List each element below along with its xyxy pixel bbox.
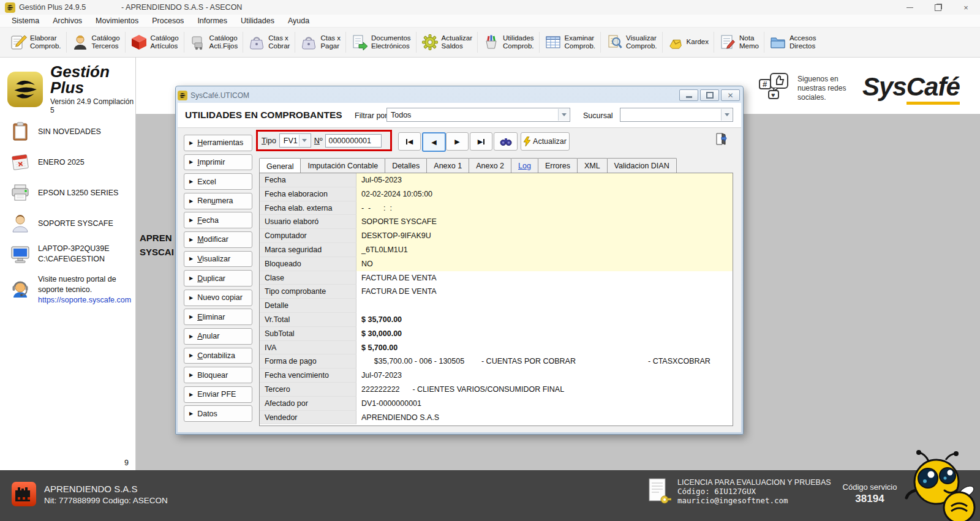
datos-button[interactable]: ▶Datos bbox=[184, 405, 252, 422]
duplicar-button[interactable]: ▶Duplicar bbox=[184, 270, 252, 287]
numero-label: Nº bbox=[314, 137, 323, 145]
dialog-close-icon[interactable]: ✕ bbox=[721, 89, 740, 101]
menu-informes[interactable]: Informes bbox=[190, 17, 234, 25]
dialog-maximize-icon[interactable] bbox=[700, 89, 719, 101]
first-record-button[interactable]: ◀ bbox=[398, 132, 421, 151]
previous-record-button[interactable]: ◀ bbox=[422, 132, 446, 152]
toolbar-catalogo-terceros[interactable]: CatálogoTerceros bbox=[68, 32, 124, 53]
contabiliza-button[interactable]: ▶Contabiliza bbox=[184, 348, 252, 364]
sidebar-item-soporte-syscafe[interactable]: SOPORTE SYSCAFE bbox=[0, 208, 136, 239]
tab-general[interactable]: General bbox=[259, 158, 301, 174]
menu-sistema[interactable]: Sistema bbox=[5, 17, 46, 25]
toolbar-examinar-comprob[interactable]: ExaminarComprob. bbox=[541, 32, 600, 53]
chevron-down-icon[interactable] bbox=[558, 109, 569, 121]
tab-errores[interactable]: Errores bbox=[538, 158, 578, 173]
status-bar: APRENDIENDO S.A.S Nit: 777888999 Codigo:… bbox=[0, 470, 980, 521]
sidebar-item-epson-l3250-series[interactable]: EPSON L3250 SERIES bbox=[0, 178, 136, 208]
triangle-right-icon: ▶ bbox=[189, 140, 193, 146]
numero-input[interactable]: 0000000001 bbox=[325, 134, 382, 148]
field-label: Computador bbox=[260, 229, 356, 243]
toolbar-label: Kardex bbox=[687, 38, 709, 46]
field-label: SubTotal bbox=[260, 327, 356, 341]
triangle-right-icon: ▶ bbox=[189, 314, 193, 320]
triangle-right-icon: ▶ bbox=[189, 392, 193, 397]
toolbar-ctas-x-cobrar[interactable]: Ctas xCobrar bbox=[244, 32, 293, 53]
sidebar-item-sin-novedades[interactable]: SIN NOVEDADES bbox=[0, 116, 136, 147]
tab-detalles[interactable]: Detalles bbox=[385, 158, 427, 173]
menu-utilidades[interactable]: Utilidades bbox=[234, 17, 281, 25]
tab-validacion-dian[interactable]: Validacion DIAN bbox=[607, 158, 677, 173]
compose-icon bbox=[10, 34, 27, 51]
toolbar-utilidades-comprob[interactable]: UtilidadesComprob. bbox=[479, 32, 538, 53]
chevron-down-icon[interactable] bbox=[299, 135, 310, 146]
dialog-minimize-icon[interactable] bbox=[679, 89, 698, 101]
fecha-button[interactable]: ▶Fecha bbox=[184, 212, 252, 228]
dialog-titlebar[interactable]: SysCafé.UTICOM ✕ bbox=[178, 88, 741, 103]
company-name: APRENDIENDO S.A.S bbox=[44, 484, 168, 494]
tab-imputacion-contable[interactable]: Imputación Contable bbox=[300, 158, 385, 173]
field-label: Clase bbox=[260, 271, 356, 285]
toolbar-kardex[interactable]: Kardex bbox=[664, 32, 712, 52]
binoculars-icon bbox=[500, 137, 512, 146]
support-portal-link[interactable]: https://soporte.syscafe.com bbox=[38, 296, 131, 304]
sucursal-dropdown[interactable] bbox=[620, 108, 733, 122]
menu-procesos[interactable]: Procesos bbox=[145, 17, 190, 25]
imprimir-button[interactable]: ▶Imprimir bbox=[184, 154, 252, 171]
field-value: Jul-07-2023 bbox=[356, 369, 733, 383]
toolbar-documentos-electronicos[interactable]: DocumentosElectrónicos bbox=[347, 32, 415, 53]
restore-icon[interactable] bbox=[924, 0, 952, 15]
tab-anexo-1[interactable]: Anexo 1 bbox=[426, 158, 469, 173]
toolbar-visualizar-comprob[interactable]: VisualizarComprob. bbox=[602, 32, 661, 53]
filter-value: Todos bbox=[391, 111, 411, 119]
triangle-right-icon: ▶ bbox=[189, 295, 193, 301]
filter-dropdown[interactable]: Todos bbox=[386, 108, 570, 122]
enviar-pfe-button[interactable]: ▶Enviar PFE bbox=[184, 386, 252, 403]
toolbar-ctas-x-pagar[interactable]: Ctas xPagar bbox=[296, 32, 344, 53]
modificar-button[interactable]: ▶Modificar bbox=[184, 231, 252, 248]
eliminar-button[interactable]: ▶Eliminar bbox=[184, 309, 252, 325]
herramientas-button[interactable]: ▶Herramientas bbox=[184, 135, 252, 151]
field-value: $ 35,700.00 bbox=[356, 313, 733, 327]
visualizar-button[interactable]: ▶Visualizar bbox=[184, 251, 252, 268]
last-record-button[interactable]: ▶ bbox=[470, 132, 492, 151]
toolbar-actualizar-saldos[interactable]: ActualizarSaldos bbox=[418, 32, 477, 53]
toolbar-catalogo-articulos[interactable]: CatálogoArtículos bbox=[127, 32, 183, 53]
sidebar-item-visite-nuestro-portal-de[interactable]: Visite nuestro portal desoporte tecnico.… bbox=[0, 269, 136, 310]
tipo-dropdown[interactable]: FV1 bbox=[279, 133, 311, 148]
toolbar-nota-memo[interactable]: NotaMemo bbox=[715, 32, 763, 53]
toolbar-accesos-directos[interactable]: AccesosDirectos bbox=[766, 32, 820, 53]
toolbar-label: CatálogoTerceros bbox=[92, 34, 120, 50]
close-icon[interactable]: × bbox=[952, 0, 980, 15]
field-row-marca-seguridad: Marca seguridad_6TL0LM1U1 bbox=[260, 243, 733, 257]
next-record-button[interactable]: ▶ bbox=[446, 132, 469, 151]
excel-button[interactable]: ▶Excel bbox=[184, 173, 252, 190]
actualizar-button[interactable]: Actualizar bbox=[521, 132, 570, 151]
sidebar-item-laptop-3p2qu39e[interactable]: LAPTOP-3P2QU39EC:\CAFE\GESTION bbox=[0, 239, 136, 269]
sidebar-item-enero-2025[interactable]: ENERO 2025 bbox=[0, 147, 136, 178]
minimize-icon[interactable] bbox=[895, 0, 924, 15]
nuevo-copiar-button[interactable]: ▶Nuevo copiar bbox=[184, 290, 252, 306]
tab-log[interactable]: Log bbox=[511, 158, 538, 173]
calendar-icon bbox=[10, 152, 31, 173]
toolbar-label: CatálogoArtículos bbox=[151, 34, 179, 50]
anular-button[interactable]: ▶Anular bbox=[184, 328, 252, 345]
menu-archivos[interactable]: Archivos bbox=[46, 17, 89, 25]
tab-anexo-2[interactable]: Anexo 2 bbox=[469, 158, 511, 173]
menu-ayuda[interactable]: Ayuda bbox=[281, 17, 316, 25]
tab-xml[interactable]: XML bbox=[577, 158, 608, 173]
chevron-down-icon[interactable] bbox=[721, 109, 732, 121]
bloquear-button[interactable]: ▶Bloquear bbox=[184, 367, 252, 383]
toolbar-elaborar-comprob[interactable]: ElaborarComprob. bbox=[6, 32, 65, 53]
field-label: Detalle bbox=[260, 299, 356, 313]
field-row-tercero: Tercero222222222 - CLIENTES VARIOS/CONSU… bbox=[260, 383, 733, 397]
exit-door-icon[interactable] bbox=[714, 132, 728, 146]
renumera-button[interactable]: ▶Renumera bbox=[184, 193, 252, 209]
triangle-right-icon: ▶ bbox=[189, 179, 193, 184]
menu-movimientos[interactable]: Movimientos bbox=[89, 17, 145, 25]
sidebar-logo-row: Gestión Plus Versión 24.9 Compilación 5 bbox=[7, 64, 135, 114]
search-button[interactable] bbox=[494, 132, 518, 151]
purse-icon bbox=[300, 34, 317, 51]
field-label: Vr.Total bbox=[260, 313, 356, 327]
field-value: _6TL0LM1U1 bbox=[356, 243, 733, 257]
toolbar-catalogo-acti-fijos[interactable]: CatálogoActi.Fijos bbox=[186, 32, 242, 53]
